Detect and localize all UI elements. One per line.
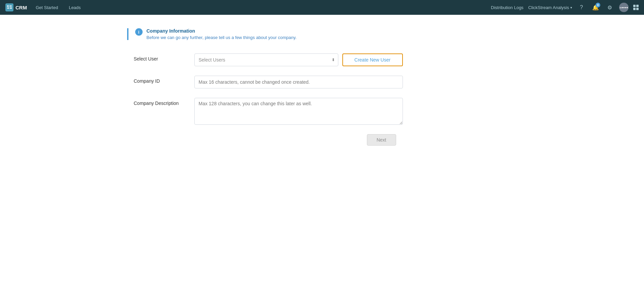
notification-badge: 0 — [596, 3, 600, 7]
select-users-wrapper: Select Users ⬍ — [194, 53, 338, 66]
main-content: i Company Information Before we can go a… — [120, 15, 524, 159]
nav-distribution-logs[interactable]: Distribution Logs — [491, 5, 524, 10]
nav-clickstream-analysis[interactable]: ClickStream Analysis ▾ — [528, 5, 572, 10]
brand[interactable]: CRM — [5, 3, 27, 11]
svg-rect-3 — [10, 7, 12, 9]
help-icon-button[interactable]: ? — [577, 3, 586, 12]
company-id-row: Company ID — [134, 76, 517, 88]
select-user-controls: Select Users ⬍ Create New User — [194, 53, 403, 66]
select-users-dropdown[interactable]: Select Users — [194, 53, 338, 66]
avatar[interactable]: w●●●● — [619, 3, 629, 12]
info-title: Company Information — [147, 28, 297, 34]
avatar-text: w●●●● — [619, 6, 628, 9]
svg-rect-1 — [9, 5, 12, 7]
info-subtitle: Before we can go any further, please tel… — [147, 35, 297, 40]
info-banner: i Company Information Before we can go a… — [127, 28, 517, 40]
svg-rect-0 — [7, 5, 9, 7]
company-id-input[interactable] — [194, 76, 403, 88]
company-info-form: Select User Select Users ⬍ Create New Us… — [127, 53, 517, 125]
clickstream-chevron-icon: ▾ — [570, 6, 572, 9]
navbar-right: Distribution Logs ClickStream Analysis ▾… — [491, 3, 639, 12]
next-button[interactable]: Next — [367, 134, 396, 146]
brand-name: CRM — [15, 5, 27, 10]
info-icon: i — [135, 28, 143, 36]
grid-apps-icon[interactable] — [633, 5, 639, 10]
svg-rect-2 — [7, 7, 9, 9]
nav-link-get-started[interactable]: Get Started — [34, 4, 60, 11]
gear-icon: ⚙ — [607, 4, 612, 11]
select-user-row: Select User Select Users ⬍ Create New Us… — [134, 53, 517, 66]
company-description-row: Company Description — [134, 98, 517, 125]
question-icon: ? — [580, 4, 583, 10]
nav-link-leads[interactable]: Leads — [67, 4, 83, 11]
select-user-label: Select User — [134, 53, 188, 62]
navbar-left: CRM Get Started Leads — [5, 3, 83, 11]
form-actions: Next — [127, 134, 396, 146]
brand-icon — [5, 3, 13, 11]
info-text-block: Company Information Before we can go any… — [147, 28, 297, 40]
notifications-button[interactable]: 🔔 0 — [591, 3, 600, 12]
company-description-label: Company Description — [134, 98, 188, 106]
company-description-input[interactable] — [194, 98, 403, 125]
navbar: CRM Get Started Leads Distribution Logs … — [0, 0, 644, 15]
settings-button[interactable]: ⚙ — [605, 3, 614, 12]
company-id-label: Company ID — [134, 76, 188, 84]
create-new-user-button[interactable]: Create New User — [342, 53, 403, 66]
